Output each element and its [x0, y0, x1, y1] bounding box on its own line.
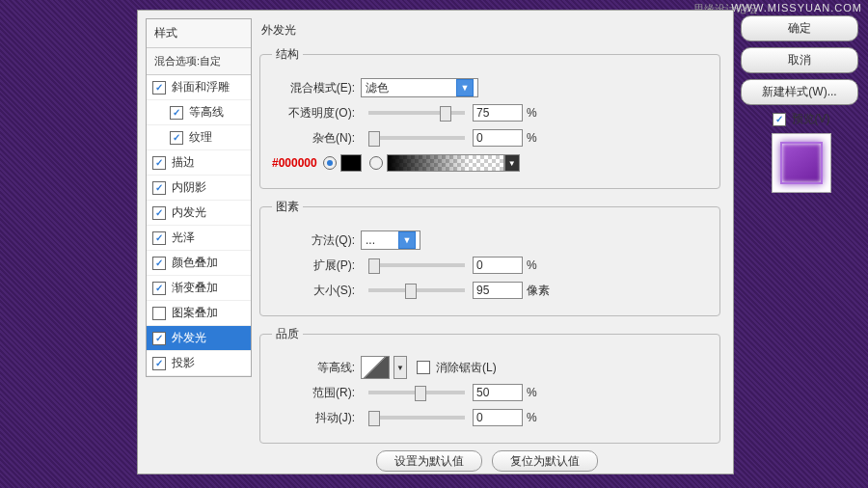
style-checkbox[interactable]: [152, 282, 166, 295]
sidebar-item-0[interactable]: 斜面和浮雕: [147, 75, 251, 100]
sidebar-item-9[interactable]: 图案叠加: [147, 301, 251, 326]
sidebar-item-2[interactable]: 纹理: [147, 125, 251, 150]
preview-checkbox[interactable]: [773, 113, 786, 126]
sidebar-item-10[interactable]: 外发光: [147, 326, 251, 351]
sidebar-item-label: 投影: [172, 355, 195, 371]
style-checkbox[interactable]: [152, 156, 166, 170]
reset-default-button[interactable]: 复位为默认值: [492, 450, 598, 472]
gradient-radio[interactable]: [369, 156, 383, 170]
sidebar-item-label: 外发光: [172, 330, 206, 346]
style-checkbox[interactable]: [152, 81, 166, 95]
sidebar-item-11[interactable]: 投影: [147, 351, 251, 376]
color-swatch[interactable]: [340, 154, 362, 172]
spread-label: 扩展(P):: [272, 258, 355, 274]
sidebar-item-label: 光泽: [172, 230, 195, 246]
size-unit: 像素: [527, 283, 550, 299]
style-checkbox[interactable]: [152, 231, 166, 245]
slider-thumb[interactable]: [440, 106, 451, 122]
style-checkbox[interactable]: [170, 106, 183, 120]
sidebar-item-label: 等高线: [189, 104, 224, 121]
slider-thumb[interactable]: [405, 284, 417, 299]
layer-style-dialog: 样式 混合选项:自定 斜面和浮雕等高线纹理描边内阴影内发光光泽颜色叠加渐变叠加图…: [137, 10, 734, 474]
sidebar-item-6[interactable]: 光泽: [147, 226, 251, 251]
style-checkbox[interactable]: [152, 357, 166, 370]
spread-slider[interactable]: [368, 263, 465, 267]
chevron-down-icon[interactable]: ▼: [393, 356, 407, 379]
preview-box: [772, 133, 831, 193]
sidebar-header: 样式: [147, 19, 251, 48]
color-radio[interactable]: [323, 156, 337, 170]
chevron-down-icon: ▼: [398, 231, 416, 249]
sidebar-item-1[interactable]: 等高线: [147, 100, 251, 125]
slider-thumb[interactable]: [368, 258, 380, 274]
jitter-slider[interactable]: [368, 416, 465, 420]
sidebar-item-5[interactable]: 内发光: [147, 201, 251, 226]
sidebar-item-4[interactable]: 内阴影: [147, 176, 251, 201]
jitter-input[interactable]: 0: [473, 409, 523, 426]
style-list: 样式 混合选项:自定 斜面和浮雕等高线纹理描边内阴影内发光光泽颜色叠加渐变叠加图…: [146, 18, 252, 377]
range-input[interactable]: 50: [473, 384, 523, 401]
range-label: 范围(R):: [272, 385, 355, 401]
style-checkbox[interactable]: [152, 257, 166, 270]
blend-mode-label: 混合模式(E):: [272, 80, 355, 96]
size-input[interactable]: 95: [473, 282, 523, 299]
cancel-button[interactable]: 取消: [741, 47, 858, 73]
group-quality-legend: 品质: [272, 326, 303, 342]
preview-thumb: [780, 142, 823, 184]
sidebar-item-label: 斜面和浮雕: [172, 79, 230, 95]
sidebar-item-label: 内发光: [172, 204, 206, 221]
sidebar-item-label: 描边: [172, 154, 195, 171]
sidebar-item-8[interactable]: 渐变叠加: [147, 276, 251, 301]
default-buttons-row: 设置为默认值 复位为默认值: [259, 453, 720, 470]
group-structure-legend: 结构: [272, 46, 303, 63]
sidebar-item-label: 渐变叠加: [172, 280, 218, 296]
slider-thumb[interactable]: [368, 131, 380, 147]
sidebar-item-label: 颜色叠加: [172, 255, 218, 271]
sidebar-item-3[interactable]: 描边: [147, 150, 251, 176]
blend-mode-value: 滤色: [366, 80, 389, 96]
antialias-checkbox[interactable]: [417, 361, 430, 374]
blend-mode-select[interactable]: 滤色 ▼: [361, 78, 478, 97]
style-checkbox[interactable]: [152, 181, 166, 195]
method-select[interactable]: ... ▼: [361, 230, 420, 250]
group-quality: 品质 等高线: ▼ 消除锯齿(L) 范围(R): 50 % 抖动(J): 0 %: [259, 326, 720, 444]
range-slider[interactable]: [368, 391, 465, 394]
opacity-input[interactable]: 75: [473, 104, 523, 122]
method-value: ...: [366, 233, 375, 247]
style-checkbox[interactable]: [152, 206, 166, 220]
hex-annotation: #000000: [272, 156, 317, 170]
chevron-down-icon: ▼: [456, 79, 474, 96]
method-label: 方法(Q):: [272, 232, 355, 249]
slider-thumb[interactable]: [415, 386, 426, 401]
sidebar-item-7[interactable]: 颜色叠加: [147, 251, 251, 276]
right-buttons: 确定 取消 新建样式(W)... 预览(V): [741, 15, 861, 199]
style-checkbox[interactable]: [170, 131, 183, 145]
antialias-label: 消除锯齿(L): [436, 360, 497, 376]
spread-input[interactable]: 0: [473, 257, 523, 274]
panel-title: 外发光: [259, 18, 720, 46]
opacity-slider[interactable]: [368, 111, 465, 115]
style-checkbox[interactable]: [152, 307, 166, 320]
opacity-label: 不透明度(O):: [272, 105, 355, 122]
opacity-unit: %: [527, 106, 537, 120]
ok-button[interactable]: 确定: [741, 15, 858, 41]
jitter-label: 抖动(J):: [272, 410, 355, 426]
size-slider[interactable]: [368, 288, 465, 292]
noise-input[interactable]: 0: [473, 129, 523, 147]
noise-slider[interactable]: [368, 136, 465, 140]
gradient-preview[interactable]: [387, 154, 504, 172]
chevron-down-icon[interactable]: ▼: [504, 154, 520, 172]
sidebar-item-label: 纹理: [189, 129, 212, 146]
group-elements: 图素 方法(Q): ... ▼ 扩展(P): 0 % 大小(S): 95 像素: [259, 199, 720, 316]
jitter-unit: %: [527, 411, 537, 424]
watermark-text-2: WWW.MISSYUAN.COM: [731, 2, 862, 14]
preview-label: 预览(V): [792, 111, 830, 127]
contour-picker[interactable]: [361, 356, 390, 379]
slider-thumb[interactable]: [368, 411, 380, 426]
blend-options-row[interactable]: 混合选项:自定: [147, 48, 251, 75]
new-style-button[interactable]: 新建样式(W)...: [741, 79, 858, 105]
style-checkbox[interactable]: [152, 332, 166, 345]
sidebar-item-label: 内阴影: [172, 179, 206, 196]
group-elements-legend: 图素: [272, 199, 303, 215]
set-default-button[interactable]: 设置为默认值: [376, 450, 482, 472]
